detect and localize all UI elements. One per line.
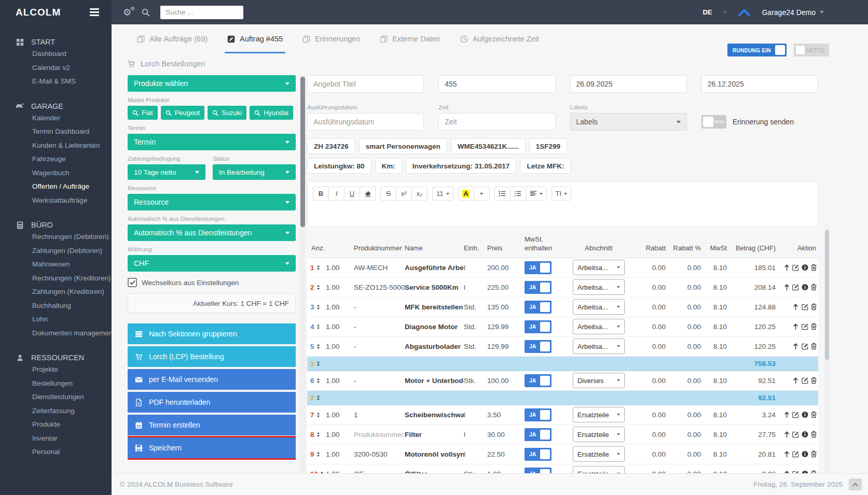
- qty-cell[interactable]: 1.00: [326, 377, 354, 385]
- sidebar-item[interactable]: Dashboard: [0, 47, 112, 61]
- produktnummer-cell[interactable]: -: [354, 343, 405, 350]
- align-button[interactable]: [526, 187, 547, 201]
- rabatt-cell[interactable]: 0.00: [629, 264, 668, 272]
- delete-row-icon[interactable]: [810, 450, 817, 458]
- delete-row-icon[interactable]: [810, 284, 817, 291]
- sort-handle-icon[interactable]: [316, 412, 320, 418]
- tab[interactable]: Auftrag #455: [217, 24, 293, 53]
- produktnummer-cell[interactable]: SE-ZO125-5000: [354, 284, 405, 291]
- sidebar-section-ressourcen[interactable]: RESSOURCEN: [0, 352, 112, 363]
- language-selector[interactable]: DE: [702, 8, 712, 16]
- abschnitt-select[interactable]: Ersatzteile: [573, 446, 625, 462]
- name-cell[interactable]: Service 5000Km: [405, 284, 464, 291]
- ressource-select[interactable]: Ressource: [128, 194, 296, 210]
- info-row-icon[interactable]: [802, 284, 808, 291]
- sidebar-item[interactable]: E-Mail & SMS: [0, 75, 112, 89]
- sidebar-item[interactable]: Termin Dashboard: [0, 125, 112, 139]
- underline-button[interactable]: U: [344, 187, 360, 201]
- preis-cell[interactable]: 100.00: [487, 377, 525, 385]
- panel-scrollbar[interactable]: [300, 75, 306, 473]
- move-row-icon[interactable]: [792, 377, 799, 384]
- sidebar-item[interactable]: Personal: [0, 445, 112, 459]
- einheit-cell[interactable]: l: [464, 411, 487, 419]
- vehicle-badge[interactable]: Km:: [375, 158, 402, 174]
- name-cell[interactable]: Motorenöl vollsynthetisch: [405, 450, 464, 458]
- mwst-enthalten-toggle[interactable]: JA: [525, 374, 552, 387]
- save-button[interactable]: Speichern: [128, 437, 296, 458]
- global-search-input[interactable]: [160, 6, 243, 19]
- qty-cell[interactable]: 1.00: [326, 343, 354, 350]
- mwst-enthalten-toggle[interactable]: JA: [525, 320, 552, 333]
- brand-filter-button[interactable]: Peugeot: [161, 106, 204, 120]
- sidebar-item[interactable]: Rechnungen (Debitoren): [0, 230, 112, 244]
- mwst-enthalten-toggle[interactable]: JA: [525, 281, 552, 294]
- rundung-toggle[interactable]: RUNDUNG EIN: [727, 44, 787, 56]
- rabatt-prozent-cell[interactable]: 0.00: [668, 450, 703, 458]
- unordered-list-button[interactable]: [494, 187, 511, 201]
- edit-row-icon[interactable]: [792, 411, 799, 418]
- abschnitt-select[interactable]: Ersatzteile: [573, 466, 625, 473]
- rabatt-cell[interactable]: 0.00: [629, 303, 668, 311]
- sidebar-item[interactable]: Offerten / Aufträge: [0, 180, 112, 194]
- abschnitt-select[interactable]: Arbeitsa...: [573, 299, 625, 315]
- sidebar-section-büro[interactable]: BÜRO: [0, 220, 112, 230]
- produktnummer-cell[interactable]: -: [354, 323, 405, 331]
- mwst-enthalten-toggle[interactable]: JA: [525, 468, 552, 473]
- qty-cell[interactable]: 1.00: [326, 323, 354, 331]
- sidebar-item[interactable]: Zahlungen (Kreditoren): [0, 285, 112, 299]
- sort-handle-icon[interactable]: [316, 265, 320, 271]
- delete-row-icon[interactable]: [810, 303, 817, 310]
- rabatt-cell[interactable]: 0.00: [629, 284, 668, 291]
- eraser-button[interactable]: [360, 187, 376, 201]
- sidebar-item[interactable]: Buchhaltung: [0, 299, 112, 313]
- sidebar-item[interactable]: Zahlungen (Debitoren): [0, 244, 112, 258]
- auto-prozent-select[interactable]: Automatisch % aus Dienstleistungen: [128, 224, 296, 241]
- preis-cell[interactable]: 3.50: [487, 411, 525, 419]
- delete-row-icon[interactable]: [810, 264, 817, 271]
- edit-row-icon[interactable]: [802, 323, 808, 330]
- text-height-button[interactable]: TI: [552, 187, 572, 201]
- wechselkurs-checkbox[interactable]: Wechselkurs aus Einstellungen: [128, 278, 296, 287]
- abschnitt-select[interactable]: Arbeitsa...: [573, 338, 625, 354]
- preis-cell[interactable]: 129.99: [487, 343, 525, 350]
- brand-filter-button[interactable]: Suzuki: [208, 106, 246, 120]
- edit-row-icon[interactable]: [792, 431, 799, 438]
- subscript-button[interactable]: x₂: [411, 187, 428, 201]
- rabatt-prozent-cell[interactable]: 0.00: [668, 264, 703, 272]
- sort-handle-icon[interactable]: [316, 432, 320, 437]
- tab[interactable]: Aufgezeichnete Zeit: [450, 24, 549, 53]
- info-row-icon[interactable]: [802, 411, 808, 418]
- abschnitt-select[interactable]: Arbeitsa...: [573, 319, 625, 334]
- vehicle-badge[interactable]: ZH 234726: [307, 138, 355, 154]
- sidebar-item[interactable]: Fahrzeuge: [0, 152, 112, 166]
- preis-cell[interactable]: 200.00: [487, 264, 525, 272]
- scrollbar-thumb[interactable]: [300, 77, 305, 227]
- sidebar-item[interactable]: Kunden & Lieferanten: [0, 139, 112, 153]
- vehicle-badge[interactable]: smart Personenwagen: [359, 138, 447, 154]
- send-email-button[interactable]: per E-Mail versenden: [128, 369, 296, 390]
- sidebar-item[interactable]: Dokumenten management: [0, 327, 112, 341]
- einheit-cell[interactable]: Stk.: [464, 377, 487, 385]
- produktnummer-cell[interactable]: -: [354, 303, 405, 311]
- tab[interactable]: Alle Aufträge (69): [127, 24, 217, 53]
- preis-cell[interactable]: 129.99: [487, 323, 525, 331]
- ordered-list-button[interactable]: [510, 187, 526, 201]
- qty-cell[interactable]: 1.00: [326, 264, 354, 272]
- rabatt-prozent-cell[interactable]: 0.00: [668, 284, 703, 291]
- vehicle-badge[interactable]: WME4534621K......: [451, 138, 526, 154]
- sort-handle-icon[interactable]: [316, 361, 320, 366]
- ausfuehrungsdatum-input[interactable]: [307, 113, 424, 131]
- scrollbar-thumb[interactable]: [825, 230, 829, 360]
- menu-toggle-icon[interactable]: [88, 6, 101, 18]
- sidebar-item[interactable]: Projekte: [0, 363, 112, 377]
- sidebar-item[interactable]: Inventar: [0, 432, 112, 446]
- waehrung-select[interactable]: CHF: [128, 255, 296, 272]
- move-row-icon[interactable]: [792, 343, 799, 350]
- delete-row-icon[interactable]: [810, 343, 817, 350]
- delete-row-icon[interactable]: [810, 323, 817, 330]
- sidebar-item[interactable]: Wagenbuch: [0, 166, 112, 180]
- italic-button[interactable]: I: [328, 187, 345, 201]
- netto-toggle[interactable]: NETTO: [794, 44, 829, 56]
- edit-row-icon[interactable]: [792, 264, 799, 271]
- mwst-enthalten-toggle[interactable]: JA: [525, 261, 552, 274]
